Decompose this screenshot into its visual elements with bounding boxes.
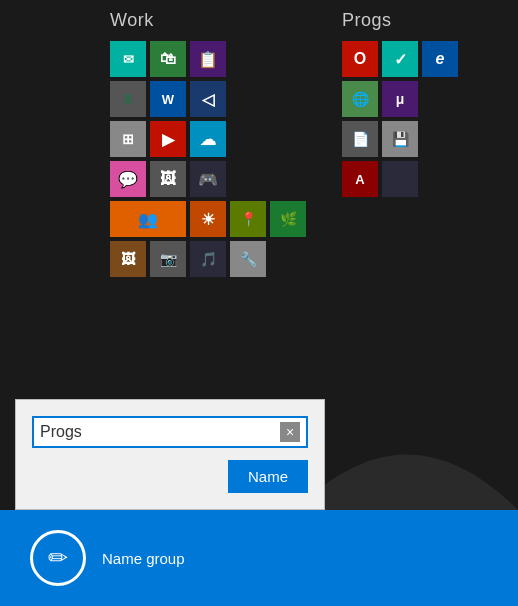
ie-icon: e [436, 50, 445, 68]
tile-save[interactable]: 💾 [382, 121, 418, 157]
tile-check[interactable]: ✓ [382, 41, 418, 77]
weather-icon: ☀ [201, 210, 215, 229]
save-icon: 💾 [392, 131, 409, 147]
tile-maps[interactable]: 📍 [230, 201, 266, 237]
progs-col-2: ✓ μ 💾 [382, 41, 418, 197]
doc-icon: 📄 [352, 131, 369, 147]
mail-icon: ✉ [123, 52, 134, 67]
tile-camera[interactable]: 🖼 [110, 241, 146, 277]
work-group-label: Work [110, 10, 154, 31]
progs-group: Progs O 🌐 📄 A ✓ [342, 10, 458, 197]
name-group-label: Name group [102, 550, 185, 567]
tile-health[interactable]: 🌿 [270, 201, 306, 237]
browser-icon: 🌐 [352, 91, 369, 107]
word-icon: W [162, 92, 174, 107]
tile-messaging[interactable]: 💬 [110, 161, 146, 197]
vs-icon: ◁ [202, 90, 214, 109]
tile-games[interactable]: 🎮 [190, 161, 226, 197]
acrobat-icon: A [355, 172, 364, 187]
tile-browser[interactable]: 🌐 [342, 81, 378, 117]
opera-icon: O [354, 50, 366, 68]
tile-store[interactable]: 🛍 [150, 41, 186, 77]
games-icon: 🎮 [198, 170, 218, 189]
tile-utorrent[interactable]: μ [382, 81, 418, 117]
tile-music[interactable]: 🎵 [190, 241, 226, 277]
tile-mail[interactable]: ✉ [110, 41, 146, 77]
name-dialog: × Name [15, 399, 325, 510]
work-group: Work ✉ 🛍 📋 X W ◁ [110, 10, 306, 281]
tile-photos[interactable]: 🖼 [150, 161, 186, 197]
work-row-2: X W ◁ [110, 81, 226, 117]
maps-icon: 📍 [240, 211, 257, 227]
health-icon: 🌿 [280, 211, 297, 227]
work-row-4: 💬 🖼 🎮 [110, 161, 226, 197]
people-icon: 👥 [138, 210, 158, 229]
tile-doc[interactable]: 📄 [342, 121, 378, 157]
cam-icon: 📷 [160, 251, 177, 267]
tile-camera2[interactable]: 📷 [150, 241, 186, 277]
tile-opera[interactable]: O [342, 41, 378, 77]
work-row-3: ⊞ ▶ ☁ [110, 121, 226, 157]
progs-col-3: e [422, 41, 458, 197]
background-swoosh [318, 410, 518, 510]
photos-icon: 🖼 [160, 170, 176, 188]
progs-col-1: O 🌐 📄 A [342, 41, 378, 197]
tools-icon: 🔧 [240, 251, 257, 267]
progs-group-label: Progs [342, 10, 392, 31]
tile-acrobat[interactable]: A [342, 161, 378, 197]
reader-icon: 📋 [198, 50, 218, 69]
calc-icon: ⊞ [122, 131, 134, 147]
check-icon: ✓ [394, 50, 407, 69]
tile-blank[interactable] [382, 161, 418, 197]
name-input-row: × [32, 416, 308, 448]
tile-vs[interactable]: ◁ [190, 81, 226, 117]
tile-reader[interactable]: 📋 [190, 41, 226, 77]
name-button[interactable]: Name [228, 460, 308, 493]
tile-weather[interactable]: ☀ [190, 201, 226, 237]
camera2-icon: 🖼 [121, 251, 135, 267]
name-input[interactable] [40, 423, 280, 441]
utorrent-icon: μ [396, 91, 405, 107]
bottom-bar: ✏ Name group [0, 510, 518, 606]
pencil-circle: ✏ [30, 530, 86, 586]
video-icon: ▶ [162, 130, 174, 149]
work-row-6: 🖼 📷 🎵 🔧 [110, 241, 266, 277]
messaging-icon: 💬 [118, 170, 138, 189]
tile-word[interactable]: W [150, 81, 186, 117]
music-icon: 🎵 [200, 251, 217, 267]
tile-video[interactable]: ▶ [150, 121, 186, 157]
work-row-5: 👥 ☀ 📍 🌿 [110, 201, 306, 237]
pencil-icon: ✏ [48, 544, 68, 572]
clear-button[interactable]: × [280, 422, 300, 442]
tile-excel[interactable]: X [110, 81, 146, 117]
tile-area: Work ✉ 🛍 📋 X W ◁ [0, 0, 518, 390]
tile-ie[interactable]: e [422, 41, 458, 77]
store-icon: 🛍 [160, 50, 176, 68]
progs-grid: O 🌐 📄 A ✓ μ [342, 41, 458, 197]
excel-icon: X [123, 91, 132, 107]
work-row-1: ✉ 🛍 📋 [110, 41, 226, 77]
tile-tools[interactable]: 🔧 [230, 241, 266, 277]
tile-people[interactable]: 👥 [110, 201, 186, 237]
tile-calc[interactable]: ⊞ [110, 121, 146, 157]
tile-onedrive[interactable]: ☁ [190, 121, 226, 157]
onedrive-icon: ☁ [200, 130, 216, 149]
